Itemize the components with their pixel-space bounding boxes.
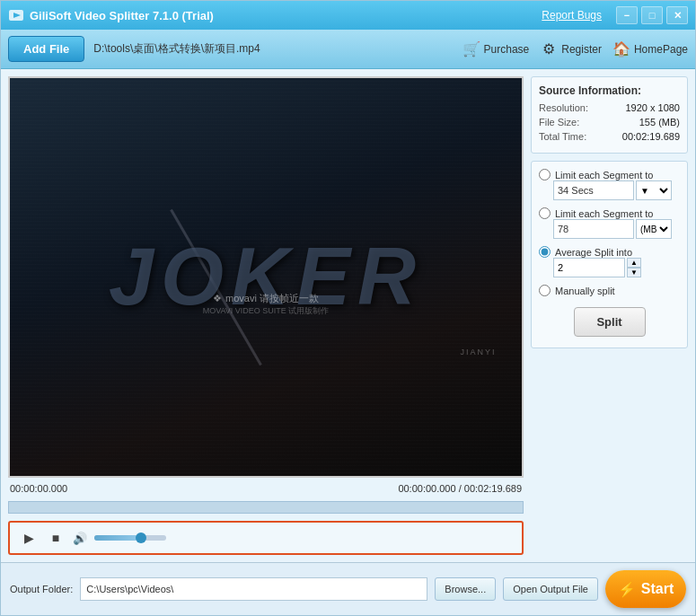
manually-split-radio[interactable] [539,285,551,296]
manually-split-radio-row: Manually split [539,285,680,296]
segment-size-radio-row: Limit each Segment to [539,207,680,219]
window-controls: − □ ✕ [616,6,688,24]
stop-button[interactable]: ■ [46,528,66,548]
source-info-panel: Source Information: Resolution: 1920 x 1… [531,76,688,154]
resolution-label: Resolution: [539,102,588,113]
right-panel: Source Information: Resolution: 1920 x 1… [531,76,688,555]
avg-split-radio-row: Average Split into [539,246,680,258]
output-folder-label: Output Folder: [10,584,73,594]
titlebar: GiliSoft Video Splitter 7.1.0 (Trial) Re… [1,1,695,30]
movavi-watermark: ❖ movavi 请按帧近一款 MOVAVI VIDEO SUITE 试用版制作 [203,292,330,317]
avg-split-input-row: ▲ ▼ [553,258,680,277]
homepage-label: HomePage [634,43,688,56]
register-label: Register [561,43,602,56]
volume-icon: 🔊 [73,532,87,545]
segment-time-input-row: ▼ [553,180,680,200]
volume-handle[interactable] [136,532,146,543]
purchase-label: Purchase [484,43,530,56]
movavi-logo-icon: ❖ [213,293,222,304]
segment-time-dropdown[interactable]: ▼ [636,180,672,200]
split-options-panel: Limit each Segment to ▼ Limit each Segme… [531,161,688,348]
time-current: 00:00:00.000 [10,483,67,494]
resolution-value: 1920 x 1080 [625,102,680,113]
spinner-down-button[interactable]: ▼ [627,268,641,277]
bottom-bar: Output Folder: Browse... Open Output Fil… [1,562,695,615]
segment-size-label: Limit each Segment to [555,208,653,219]
seek-bar[interactable] [8,501,524,514]
segment-size-input[interactable] [553,219,634,239]
movavi-logo-text: movavi 请按帧近一款 [225,292,319,305]
segment-time-radio-row: Limit each Segment to [539,169,680,180]
split-button[interactable]: Split [574,307,646,337]
avg-split-option: Average Split into ▲ ▼ [539,246,680,277]
filesize-value: 155 (MB) [639,117,680,128]
info-totaltime-row: Total Time: 00:02:19.689 [539,131,680,142]
start-button[interactable]: ⚡ Start [605,570,686,608]
filesize-label: File Size: [539,117,579,128]
video-background: JOKER ❖ movavi 请按帧近一款 MOVAVI VIDEO SUITE… [10,78,522,476]
segment-size-option: Limit each Segment to (MB) [539,207,680,239]
movavi-subtitle: MOVAVI VIDEO SUITE 试用版制作 [203,305,330,317]
main-content: JOKER ❖ movavi 请按帧近一款 MOVAVI VIDEO SUITE… [1,69,695,562]
register-icon: ⚙ [540,40,558,58]
segment-time-label: Limit each Segment to [555,170,653,180]
output-path-input[interactable] [80,577,427,601]
segment-size-radio[interactable] [539,207,551,219]
segment-time-input[interactable] [553,180,634,200]
close-button[interactable]: ✕ [666,6,688,24]
report-bugs-link[interactable]: Report Bugs [542,9,602,22]
manually-split-label: Manually split [555,286,615,296]
totaltime-value: 00:02:19.689 [622,131,680,142]
purchase-action[interactable]: 🛒 Purchase [463,40,530,58]
maximize-button[interactable]: □ [641,6,663,24]
toolbar: Add File D:\tools\桌面\格式转换\新项目.mp4 🛒 Purc… [1,30,695,69]
segment-size-input-row: (MB) [553,219,680,239]
info-filesize-row: File Size: 155 (MB) [539,117,680,128]
homepage-action[interactable]: 🏠 HomePage [612,40,688,58]
open-output-button[interactable]: Open Output File [503,577,598,601]
file-path-display: D:\tools\桌面\格式转换\新项目.mp4 [93,41,453,57]
left-panel: JOKER ❖ movavi 请按帧近一款 MOVAVI VIDEO SUITE… [8,76,524,555]
video-preview: JOKER ❖ movavi 请按帧近一款 MOVAVI VIDEO SUITE… [8,76,524,478]
time-total: 00:00:00.000 / 00:02:19.689 [398,483,522,494]
volume-slider[interactable] [94,535,166,541]
segment-size-dropdown[interactable]: (MB) [636,219,672,239]
purchase-icon: 🛒 [463,40,480,58]
jianyi-watermark: JIANYI [460,348,496,356]
avg-split-input[interactable] [553,258,625,277]
add-file-button[interactable]: Add File [8,36,84,62]
source-info-title: Source Information: [539,84,680,97]
main-window: GiliSoft Video Splitter 7.1.0 (Trial) Re… [0,0,696,616]
info-resolution-row: Resolution: 1920 x 1080 [539,102,680,113]
start-label: Start [641,581,674,597]
toolbar-actions: 🛒 Purchase ⚙ Register 🏠 HomePage [463,40,688,58]
segment-time-radio[interactable] [539,169,551,180]
homepage-icon: 🏠 [612,40,630,58]
totaltime-label: Total Time: [539,131,586,142]
play-button[interactable]: ▶ [19,528,39,548]
start-icon: ⚡ [618,581,636,598]
controls-bar: ▶ ■ 🔊 [8,521,524,555]
segment-time-option: Limit each Segment to ▼ [539,169,680,200]
app-title: GiliSoft Video Splitter 7.1.0 (Trial) [30,9,542,22]
avg-split-label: Average Split into [555,247,632,258]
minimize-button[interactable]: − [616,6,638,24]
browse-button[interactable]: Browse... [435,577,496,601]
spinner-up-button[interactable]: ▲ [627,258,641,268]
time-display: 00:00:00.000 00:00:00.000 / 00:02:19.689 [8,481,524,496]
app-icon [8,7,24,23]
volume-fill [94,535,137,541]
spinner-buttons: ▲ ▼ [627,258,641,277]
register-action[interactable]: ⚙ Register [540,40,602,58]
avg-split-radio[interactable] [539,246,551,258]
movavi-logo: ❖ movavi 请按帧近一款 [203,292,330,305]
